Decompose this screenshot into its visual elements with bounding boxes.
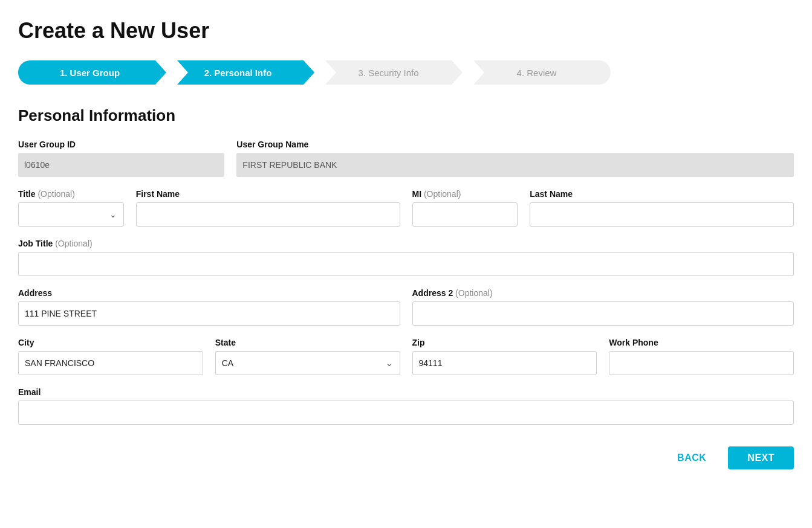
city-input[interactable]	[18, 351, 203, 375]
last-name-group: Last Name	[530, 189, 794, 227]
address-row: Address Address 2 (Optional)	[18, 288, 794, 326]
step-user-group-label: 1. User Group	[60, 68, 120, 78]
last-name-label: Last Name	[530, 189, 794, 199]
email-row: Email	[18, 387, 794, 425]
mi-input[interactable]	[412, 202, 518, 227]
address2-label: Address 2 (Optional)	[412, 288, 794, 298]
job-title-label: Job Title (Optional)	[18, 239, 794, 248]
work-phone-label: Work Phone	[609, 338, 794, 347]
city-group: City	[18, 338, 203, 375]
last-name-input[interactable]	[530, 202, 794, 227]
footer-buttons: BACK NEXT	[18, 446, 794, 469]
state-label: State	[215, 338, 400, 347]
user-group-name-label: User Group Name	[236, 140, 794, 149]
stepper: 1. User Group 2. Personal Info 3. Securi…	[18, 60, 611, 85]
title-select-wrapper[interactable]: Mr Mrs Ms Dr ⌄	[18, 202, 124, 227]
name-row: Title (Optional) Mr Mrs Ms Dr ⌄ First Na…	[18, 189, 794, 227]
work-phone-input[interactable]	[609, 351, 794, 375]
city-state-zip-row: City State CA NY TX FL WA ⌄ Zip Work Pho…	[18, 338, 794, 375]
user-group-id-input	[18, 153, 224, 177]
next-button[interactable]: NEXT	[728, 446, 794, 469]
first-name-label: First Name	[136, 189, 400, 199]
zip-label: Zip	[412, 338, 597, 347]
step-review[interactable]: 4. Review	[463, 60, 611, 85]
state-select[interactable]: CA NY TX FL WA	[215, 351, 400, 375]
email-input[interactable]	[18, 401, 794, 425]
address-input[interactable]	[18, 301, 400, 326]
title-label: Title (Optional)	[18, 189, 124, 199]
mi-group: MI (Optional)	[412, 189, 518, 227]
email-label: Email	[18, 387, 794, 397]
user-group-id-label: User Group ID	[18, 140, 224, 149]
job-title-input[interactable]	[18, 252, 794, 276]
step-review-label: 4. Review	[517, 68, 557, 78]
job-title-group: Job Title (Optional)	[18, 239, 794, 276]
mi-label: MI (Optional)	[412, 189, 518, 199]
email-group: Email	[18, 387, 794, 425]
address2-input[interactable]	[412, 301, 794, 326]
city-label: City	[18, 338, 203, 347]
zip-group: Zip	[412, 338, 597, 375]
user-group-id-group: User Group ID	[18, 140, 224, 177]
zip-input[interactable]	[412, 351, 597, 375]
user-group-row: User Group ID User Group Name	[18, 140, 794, 177]
page-title: Create a New User	[18, 18, 794, 43]
job-title-row: Job Title (Optional)	[18, 239, 794, 276]
address-label: Address	[18, 288, 400, 298]
first-name-input[interactable]	[136, 202, 400, 227]
user-group-name-group: User Group Name	[236, 140, 794, 177]
state-group: State CA NY TX FL WA ⌄	[215, 338, 400, 375]
address2-group: Address 2 (Optional)	[412, 288, 794, 326]
step-personal-info-label: 2. Personal Info	[204, 68, 272, 78]
work-phone-group: Work Phone	[609, 338, 794, 375]
step-personal-info[interactable]: 2. Personal Info	[166, 60, 314, 85]
step-security-info-label: 3. Security Info	[358, 68, 418, 78]
step-security-info[interactable]: 3. Security Info	[314, 60, 463, 85]
address-group: Address	[18, 288, 400, 326]
state-select-wrapper[interactable]: CA NY TX FL WA ⌄	[215, 351, 400, 375]
title-group: Title (Optional) Mr Mrs Ms Dr ⌄	[18, 189, 124, 227]
back-button[interactable]: BACK	[665, 446, 718, 469]
first-name-group: First Name	[136, 189, 400, 227]
user-group-name-input	[236, 153, 794, 177]
title-select[interactable]: Mr Mrs Ms Dr	[18, 202, 124, 227]
step-user-group[interactable]: 1. User Group	[18, 60, 166, 85]
section-title: Personal Information	[18, 106, 794, 125]
